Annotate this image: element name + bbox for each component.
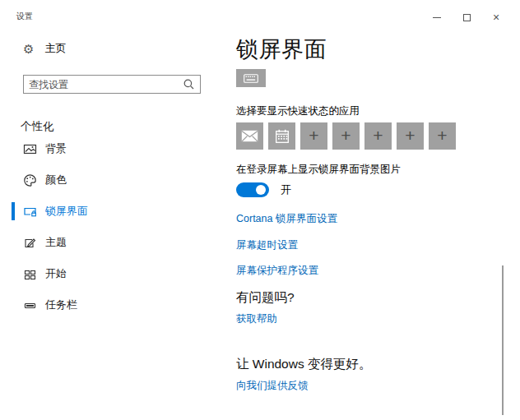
sidebar-item-label: 开始 bbox=[45, 266, 67, 281]
quick-status-tile-add[interactable]: + bbox=[397, 122, 424, 150]
plus-icon: + bbox=[341, 127, 351, 144]
feedback-heading: 让 Windows 变得更好。 bbox=[236, 356, 372, 373]
sidebar-item-themes[interactable]: 主题 bbox=[0, 227, 216, 258]
maximize-button[interactable] bbox=[461, 12, 472, 23]
sidebar-item-taskbar[interactable]: 任务栏 bbox=[0, 289, 216, 321]
picture-icon bbox=[23, 142, 37, 156]
sidebar-item-label: 任务栏 bbox=[45, 298, 77, 312]
get-help-link[interactable]: 获取帮助 bbox=[236, 312, 277, 326]
taskbar-icon bbox=[23, 298, 37, 312]
signin-background-label: 在登录屏幕上显示锁屏界面背景图片 bbox=[236, 163, 401, 177]
sidebar-item-colors[interactable]: 颜色 bbox=[0, 164, 216, 196]
screen-timeout-settings-link[interactable]: 屏幕超时设置 bbox=[236, 238, 298, 252]
sidebar-item-label: 主题 bbox=[45, 235, 67, 250]
signin-background-toggle-row: 开 bbox=[236, 182, 291, 197]
settings-window: 设置 × ⚙ 主页 个性化 背景 bbox=[0, 0, 520, 420]
sidebar-item-start[interactable]: 开始 bbox=[0, 258, 216, 289]
plus-icon: + bbox=[373, 127, 383, 144]
help-heading: 有问题吗? bbox=[236, 289, 295, 307]
maximize-icon bbox=[463, 14, 471, 21]
minimize-icon bbox=[433, 17, 441, 18]
plus-icon: + bbox=[405, 127, 415, 144]
calendar-icon bbox=[275, 129, 290, 144]
lockscreen-preview-tile[interactable] bbox=[236, 69, 266, 87]
sidebar-item-label: 背景 bbox=[45, 141, 67, 156]
gear-icon: ⚙ bbox=[23, 43, 34, 55]
palette-icon bbox=[23, 173, 37, 187]
sidebar-item-label: 颜色 bbox=[45, 173, 67, 187]
toggle-state-label: 开 bbox=[281, 182, 291, 197]
minimize-button[interactable] bbox=[431, 12, 443, 23]
plus-icon: + bbox=[309, 127, 318, 144]
plus-icon: + bbox=[437, 127, 447, 144]
search-box bbox=[23, 75, 201, 94]
lockscreen-icon bbox=[23, 205, 37, 219]
themes-icon bbox=[23, 236, 37, 250]
quick-status-label: 选择要显示快速状态的应用 bbox=[236, 104, 360, 118]
quick-status-tile-calendar[interactable] bbox=[268, 122, 295, 150]
close-button[interactable]: × bbox=[490, 12, 502, 23]
home-label: 主页 bbox=[44, 41, 66, 56]
search-input[interactable] bbox=[24, 79, 183, 90]
quick-status-tile-add[interactable]: + bbox=[364, 122, 392, 150]
signin-background-toggle[interactable] bbox=[236, 182, 269, 197]
sidebar-item-home[interactable]: ⚙ 主页 bbox=[23, 41, 66, 56]
quick-status-tiles: + + + + + bbox=[236, 122, 456, 150]
cortana-lockscreen-settings-link[interactable]: Cortana 锁屏界面设置 bbox=[236, 212, 337, 226]
window-controls: × bbox=[431, 12, 502, 23]
quick-status-tile-add[interactable]: + bbox=[300, 122, 327, 150]
sidebar-item-label: 锁屏界面 bbox=[45, 204, 88, 219]
quick-status-tile-add[interactable]: + bbox=[332, 122, 360, 150]
quick-status-tile-mail[interactable] bbox=[236, 122, 263, 150]
mail-icon bbox=[241, 130, 258, 142]
screensaver-settings-link[interactable]: 屏幕保护程序设置 bbox=[236, 264, 318, 278]
window-title: 设置 bbox=[16, 11, 33, 22]
sidebar-item-background[interactable]: 背景 bbox=[0, 133, 216, 164]
search-icon bbox=[183, 79, 194, 90]
quick-status-tile-add[interactable]: + bbox=[429, 122, 456, 150]
toggle-knob bbox=[256, 185, 266, 195]
sidebar-section-personalization: 个性化 bbox=[21, 119, 54, 134]
vertical-scrollbar[interactable] bbox=[502, 265, 504, 415]
selected-indicator bbox=[12, 202, 15, 220]
keyboard-icon bbox=[244, 74, 258, 83]
page-title: 锁屏界面 bbox=[236, 35, 327, 64]
close-icon: × bbox=[493, 12, 499, 23]
start-icon bbox=[23, 267, 37, 281]
sidebar-item-lockscreen[interactable]: 锁屏界面 bbox=[0, 196, 216, 227]
give-feedback-link[interactable]: 向我们提供反馈 bbox=[236, 379, 309, 393]
